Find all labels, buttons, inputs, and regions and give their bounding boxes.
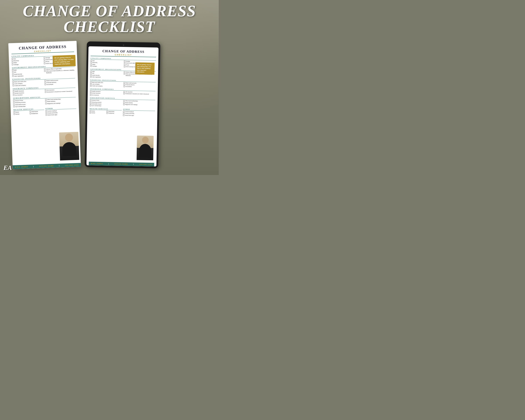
checkbox[interactable] (124, 73, 125, 75)
checkbox[interactable] (12, 72, 13, 73)
checkbox[interactable] (46, 114, 47, 115)
checkbox[interactable] (124, 61, 125, 62)
checkbox[interactable] (90, 101, 91, 103)
checkbox[interactable] (90, 84, 92, 85)
checkbox[interactable] (29, 111, 31, 112)
checkbox[interactable] (12, 69, 13, 71)
checkbox[interactable] (12, 60, 13, 61)
checkbox[interactable] (12, 64, 13, 65)
checkbox[interactable] (44, 70, 46, 72)
checkbox[interactable] (123, 84, 125, 85)
checkbox[interactable] (13, 106, 15, 107)
checkbox[interactable] (45, 89, 46, 91)
checkbox[interactable] (123, 113, 124, 114)
checkbox[interactable] (45, 99, 47, 100)
checkbox[interactable] (90, 91, 91, 92)
checkbox[interactable] (123, 102, 125, 103)
checkbox[interactable] (124, 71, 125, 73)
checkbox[interactable] (90, 82, 92, 83)
checkbox[interactable] (91, 64, 92, 65)
checkbox[interactable] (90, 85, 92, 87)
checkbox[interactable] (45, 84, 46, 85)
checkbox[interactable] (13, 94, 14, 96)
checkbox[interactable] (13, 112, 15, 113)
checkbox[interactable] (12, 74, 14, 75)
checkbox[interactable] (90, 93, 91, 94)
checkbox[interactable] (13, 102, 15, 103)
checkbox[interactable] (124, 64, 125, 66)
checkbox[interactable] (91, 62, 92, 63)
tablet-screen: CHANGE OF ADDRESS CHECKLIST We are getti… (86, 46, 159, 167)
checkbox[interactable] (13, 104, 15, 105)
checkbox[interactable] (12, 58, 13, 59)
sub-col1: Amazon Prime Streaming services Subscrip… (13, 99, 44, 108)
checkbox[interactable] (123, 115, 124, 116)
checkbox[interactable] (123, 91, 125, 93)
checkbox[interactable] (29, 113, 31, 114)
checkbox[interactable] (90, 94, 91, 95)
checkbox[interactable] (123, 104, 125, 105)
checkbox[interactable] (12, 83, 14, 84)
ea-logo: EA (3, 164, 12, 171)
checkbox[interactable] (45, 82, 46, 83)
checkbox[interactable] (90, 71, 92, 72)
checkbox[interactable] (12, 81, 14, 83)
checkbox[interactable] (124, 63, 125, 64)
list-item: Water (91, 64, 122, 66)
checkbox[interactable] (124, 66, 125, 67)
list-item: IRS (90, 73, 122, 75)
other-section: OTHER Current employer Friends and famil… (46, 107, 76, 116)
checkbox[interactable] (44, 68, 46, 70)
checkbox[interactable] (45, 103, 47, 104)
other-col1: Current employer Friends and family Smar… (46, 109, 76, 116)
doc-header: CHANGE OF ADDRESS CHECKLIST (11, 44, 74, 54)
checkbox[interactable] (13, 100, 15, 101)
checkbox[interactable] (123, 111, 124, 112)
checkbox[interactable] (90, 112, 91, 113)
checkbox[interactable] (90, 76, 92, 78)
checkbox[interactable] (90, 100, 91, 101)
gov-col1: DMV IRS Social security Voter registrati… (12, 69, 43, 77)
health-col2: Veterinarian Pediatrician (29, 111, 44, 115)
checkbox[interactable] (91, 60, 92, 61)
checkbox[interactable] (91, 65, 92, 67)
checkbox[interactable] (46, 112, 47, 113)
checkbox[interactable] (44, 61, 45, 62)
checkbox[interactable] (13, 85, 14, 86)
checkbox[interactable] (106, 112, 108, 114)
checkbox[interactable] (90, 73, 92, 74)
tablet-footer-div1: | (108, 163, 109, 165)
insurance-section: INSURANCE COMPANIES Health insurance Den… (13, 86, 75, 96)
checkbox[interactable] (46, 110, 47, 112)
checkbox[interactable] (12, 75, 14, 77)
checkbox[interactable] (123, 86, 125, 87)
checkbox[interactable] (123, 100, 125, 102)
checkbox[interactable] (44, 59, 45, 60)
checkbox[interactable] (106, 111, 108, 112)
checkbox[interactable] (123, 82, 125, 84)
checkbox[interactable] (45, 101, 47, 102)
checkbox[interactable] (14, 113, 15, 115)
list-item: Veterinarian (29, 111, 44, 112)
checkbox[interactable] (45, 80, 46, 81)
checkbox[interactable] (12, 62, 13, 63)
checkbox[interactable] (90, 111, 91, 112)
checkbox[interactable] (90, 105, 91, 106)
tablet-insurance-section: INSURANCE COMPANIES Health insurance Den… (90, 88, 156, 97)
checkbox[interactable] (90, 103, 91, 105)
utility-col1: Gas Electricity Water Garbage (12, 57, 43, 66)
list-item: Gas (91, 60, 122, 62)
checkbox[interactable] (45, 91, 46, 93)
list-item: Bank and credit union (90, 82, 122, 84)
list-item: Smart home apps (123, 115, 155, 117)
checkbox[interactable] (123, 93, 125, 94)
checkbox[interactable] (90, 74, 92, 76)
checkbox[interactable] (13, 93, 14, 94)
list-item: Car insurance (90, 94, 122, 96)
footer-office: OFFICE NAME (39, 165, 54, 167)
tablet-person-body (139, 144, 151, 158)
list-item: Doctor (90, 111, 105, 112)
checkbox[interactable] (13, 91, 14, 92)
checkbox[interactable] (44, 63, 45, 64)
checkbox[interactable] (44, 57, 45, 58)
